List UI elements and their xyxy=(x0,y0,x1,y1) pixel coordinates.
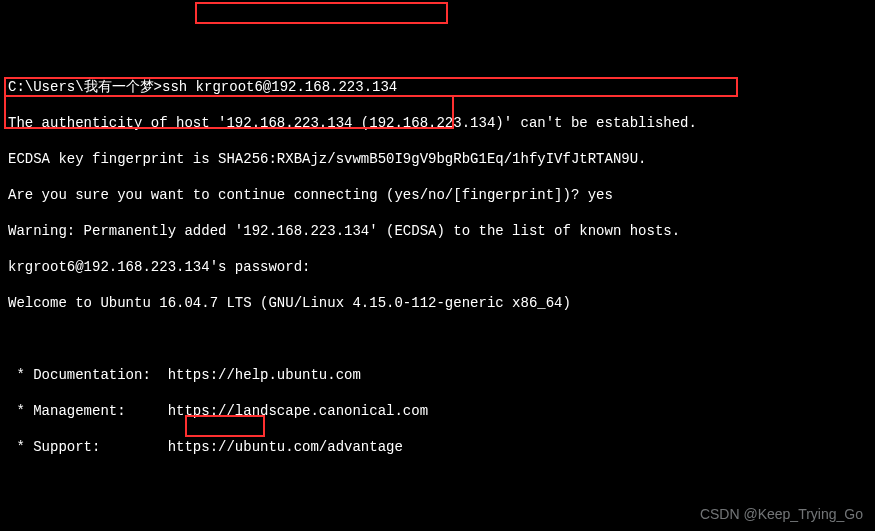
highlight-box-ssh xyxy=(195,2,448,24)
password-prompt[interactable]: krgroot6@192.168.223.134's password: xyxy=(8,258,867,276)
info-mgmt: * Management: https://landscape.canonica… xyxy=(8,402,867,420)
auth-answer: yes xyxy=(588,187,613,203)
auth-confirm-line[interactable]: Are you sure you want to continue connec… xyxy=(8,186,867,204)
win-prompt-line[interactable]: C:\Users\我有一个梦>ssh krgroot6@192.168.223.… xyxy=(8,78,867,96)
blank-line-1 xyxy=(8,330,867,348)
auth-line-1: The authenticity of host '192.168.223.13… xyxy=(8,114,867,132)
auth-line-2: ECDSA key fingerprint is SHA256:RXBAjz/s… xyxy=(8,150,867,168)
auth-question: Are you sure you want to continue connec… xyxy=(8,187,588,203)
info-doc: * Documentation: https://help.ubuntu.com xyxy=(8,366,867,384)
ssh-command: ssh krgroot6@192.168.223.134 xyxy=(162,79,397,95)
win-path: C:\Users\我有一个梦> xyxy=(8,79,162,95)
watermark: CSDN @Keep_Trying_Go xyxy=(700,505,863,523)
blank-line-2 xyxy=(8,474,867,492)
welcome-line: Welcome to Ubuntu 16.04.7 LTS (GNU/Linux… xyxy=(8,294,867,312)
info-sup: * Support: https://ubuntu.com/advantage xyxy=(8,438,867,456)
auth-warning: Warning: Permanently added '192.168.223.… xyxy=(8,222,867,240)
